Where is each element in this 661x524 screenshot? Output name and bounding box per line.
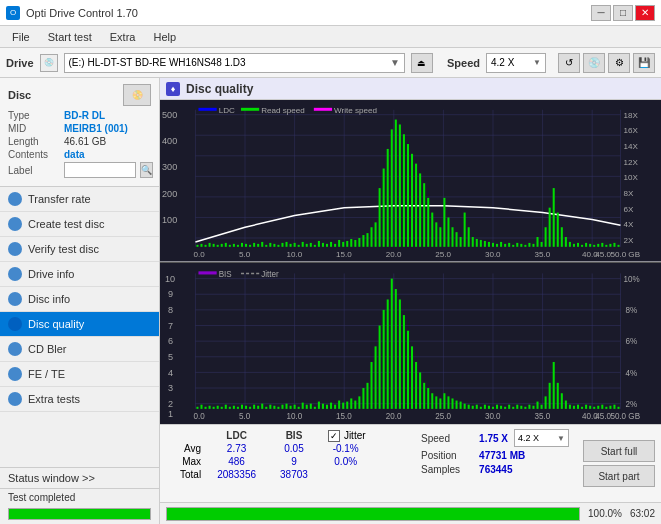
- svg-rect-204: [213, 406, 215, 408]
- svg-rect-209: [233, 405, 235, 408]
- sidebar-item-create-test-disc[interactable]: Create test disc: [0, 212, 159, 237]
- svg-rect-64: [281, 243, 283, 247]
- sidebar-item-disc-info[interactable]: Disc info: [0, 287, 159, 312]
- svg-rect-66: [290, 244, 292, 247]
- jitter-checkbox[interactable]: ✓: [328, 430, 340, 442]
- svg-rect-126: [532, 244, 534, 247]
- svg-rect-143: [601, 243, 603, 247]
- svg-text:45.0: 45.0: [595, 412, 611, 421]
- svg-text:8X: 8X: [624, 189, 635, 198]
- cd-bler-label: CD Bler: [28, 343, 67, 355]
- speed-dropdown[interactable]: 4.2 X ▼: [486, 53, 546, 73]
- svg-rect-251: [403, 315, 405, 409]
- nav-items: Transfer rate Create test disc Verify te…: [0, 187, 159, 412]
- svg-rect-207: [225, 404, 227, 408]
- svg-rect-46: [209, 243, 211, 247]
- svg-rect-253: [411, 346, 413, 409]
- svg-rect-59: [261, 242, 263, 247]
- svg-text:Read speed: Read speed: [261, 106, 305, 115]
- stats-table: LDC BIS ✓ Jitter Avg 2.73 0.05: [160, 425, 413, 502]
- svg-rect-297: [589, 405, 591, 408]
- svg-rect-223: [290, 405, 292, 408]
- sidebar-item-disc-quality[interactable]: Disc quality: [0, 312, 159, 337]
- svg-rect-234: [334, 404, 336, 408]
- menu-file[interactable]: File: [4, 29, 38, 45]
- status-window-button[interactable]: Status window >>: [0, 468, 159, 489]
- svg-rect-123: [520, 244, 522, 247]
- svg-text:5.0: 5.0: [239, 250, 251, 259]
- svg-rect-53: [237, 245, 239, 247]
- bis-chart: 10 9 8 7 6 5 4 3 2 1 10% 8% 6% 4% 2%: [160, 263, 661, 425]
- svg-rect-218: [269, 404, 271, 408]
- sidebar-item-drive-info[interactable]: Drive info: [0, 262, 159, 287]
- svg-rect-116: [492, 243, 494, 247]
- svg-text:5: 5: [168, 351, 173, 361]
- sidebar-item-extra-tests[interactable]: Extra tests: [0, 387, 159, 412]
- svg-rect-304: [617, 406, 619, 408]
- minimize-button[interactable]: ─: [591, 5, 611, 21]
- svg-text:15.0: 15.0: [336, 250, 352, 259]
- svg-rect-132: [557, 213, 559, 247]
- svg-rect-220: [277, 406, 279, 408]
- svg-rect-114: [484, 241, 486, 247]
- refresh-button[interactable]: ↺: [558, 53, 580, 73]
- create-test-disc-icon: [8, 217, 22, 231]
- svg-text:5.0: 5.0: [239, 412, 251, 421]
- save-button[interactable]: 💾: [633, 53, 655, 73]
- menu-extra[interactable]: Extra: [102, 29, 144, 45]
- sidebar-item-verify-test-disc[interactable]: Verify test disc: [0, 237, 159, 262]
- sidebar-item-transfer-rate[interactable]: Transfer rate: [0, 187, 159, 212]
- svg-rect-115: [488, 242, 490, 247]
- max-jitter: 0.0%: [320, 455, 374, 468]
- svg-rect-298: [593, 406, 595, 408]
- svg-rect-240: [358, 396, 360, 409]
- drivebar: Drive 💿 (E:) HL-DT-ST BD-RE WH16NS48 1.D…: [0, 48, 661, 78]
- drive-icon: 💿: [40, 54, 58, 72]
- progress-bar: [8, 508, 151, 520]
- progress-fill: [9, 509, 150, 519]
- disc-header-title: Disc: [8, 89, 31, 101]
- svg-rect-65: [286, 242, 288, 247]
- svg-rect-103: [439, 227, 441, 247]
- menu-help[interactable]: Help: [145, 29, 184, 45]
- drive-dropdown[interactable]: (E:) HL-DT-ST BD-RE WH16NS48 1.D3 ▼: [64, 53, 405, 73]
- svg-rect-92: [395, 120, 397, 247]
- svg-rect-263: [451, 398, 453, 408]
- svg-rect-43: [196, 245, 198, 247]
- svg-rect-113: [480, 240, 482, 247]
- settings-button[interactable]: ⚙: [608, 53, 630, 73]
- speed-stat-dropdown[interactable]: 4.2 X ▼: [514, 429, 569, 447]
- samples-label: Samples: [421, 464, 473, 475]
- svg-rect-67: [294, 243, 296, 247]
- svg-rect-91: [391, 129, 393, 246]
- maximize-button[interactable]: □: [613, 5, 633, 21]
- disc-button[interactable]: 💿: [583, 53, 605, 73]
- disc-label-input[interactable]: [64, 162, 136, 178]
- titlebar-controls: ─ □ ✕: [591, 5, 655, 21]
- svg-rect-0: [160, 100, 661, 262]
- svg-rect-302: [609, 405, 611, 408]
- svg-text:2X: 2X: [624, 236, 635, 245]
- start-full-button[interactable]: Start full: [583, 440, 655, 462]
- svg-rect-215: [257, 405, 259, 408]
- disc-info-icon: [8, 292, 22, 306]
- start-part-button[interactable]: Start part: [583, 465, 655, 487]
- bottom-status-bar: 100.0% 63:02: [160, 502, 661, 524]
- svg-rect-206: [221, 406, 223, 408]
- close-button[interactable]: ✕: [635, 5, 655, 21]
- eject-button[interactable]: ⏏: [411, 53, 433, 73]
- svg-rect-201: [200, 404, 202, 408]
- samples-value: 763445: [479, 464, 512, 475]
- avg-jitter: -0.1%: [320, 442, 374, 455]
- sidebar-item-cd-bler[interactable]: CD Bler: [0, 337, 159, 362]
- svg-text:4X: 4X: [624, 220, 635, 229]
- svg-rect-269: [476, 404, 478, 408]
- svg-text:18X: 18X: [624, 111, 639, 120]
- disc-label-icon[interactable]: 🔍: [140, 162, 153, 178]
- sidebar-item-fe-te[interactable]: FE / TE: [0, 362, 159, 387]
- menu-start-test[interactable]: Start test: [40, 29, 100, 45]
- svg-rect-293: [573, 405, 575, 408]
- svg-rect-203: [209, 405, 211, 408]
- svg-rect-152: [314, 108, 332, 111]
- svg-text:Write speed: Write speed: [334, 106, 377, 115]
